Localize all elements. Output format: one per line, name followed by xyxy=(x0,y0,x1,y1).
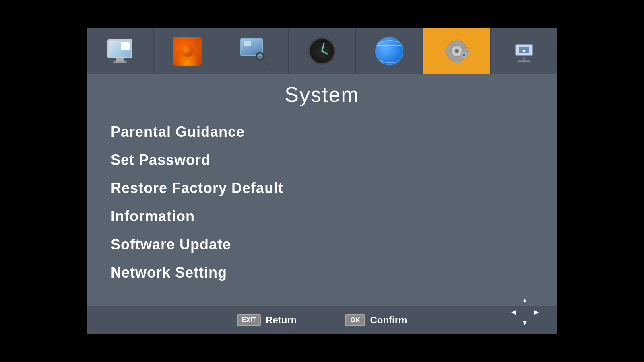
exit-key: EXIT xyxy=(237,314,261,326)
svg-rect-2 xyxy=(455,59,459,63)
nav-item-system[interactable] xyxy=(423,28,490,74)
button-group: EXIT Return OK Confirm xyxy=(99,314,545,326)
menu-item-information[interactable]: Information xyxy=(111,203,533,230)
directional-arrows: ▲ ◀ ▶ ▼ xyxy=(508,295,541,328)
svg-rect-1 xyxy=(455,39,459,43)
monitor-icon xyxy=(104,35,136,67)
svg-point-12 xyxy=(463,54,465,56)
exit-label: Return xyxy=(266,315,297,326)
main-content: System Parental Guidance Set Password Re… xyxy=(87,74,557,306)
arrow-down[interactable]: ▼ xyxy=(520,318,530,328)
exit-action[interactable]: EXIT Return xyxy=(237,314,297,326)
clock-icon xyxy=(306,35,338,67)
usb-icon: ♥ xyxy=(508,35,540,67)
search-tv-icon xyxy=(239,35,271,67)
bottom-bar: EXIT Return OK Confirm ▲ ◀ ▶ ▼ xyxy=(87,306,557,334)
ok-key: OK xyxy=(345,314,365,326)
svg-point-10 xyxy=(455,49,459,53)
gear-icon xyxy=(441,35,473,67)
menu-item-parental-guidance[interactable]: Parental Guidance xyxy=(111,119,533,145)
ok-label: Confirm xyxy=(370,315,407,326)
page-title: System xyxy=(111,82,533,107)
nav-item-network[interactable] xyxy=(356,28,423,74)
nav-item-search[interactable] xyxy=(221,28,289,74)
menu-item-set-password[interactable]: Set Password xyxy=(111,147,533,173)
arrow-center xyxy=(520,306,530,317)
nav-item-media[interactable] xyxy=(154,28,221,74)
ok-action[interactable]: OK Confirm xyxy=(345,314,407,326)
arrow-up[interactable]: ▲ xyxy=(520,295,530,306)
svg-text:♥: ♥ xyxy=(522,48,526,54)
nav-bar: ♥ xyxy=(87,28,557,74)
nav-item-monitor[interactable] xyxy=(87,28,154,74)
arrow-right[interactable]: ▶ xyxy=(531,306,541,317)
menu-item-restore-factory[interactable]: Restore Factory Default xyxy=(111,175,533,202)
menu-item-network-setting[interactable]: Network Setting xyxy=(111,259,533,286)
screen: ♥ System Parental Guidance Set Password … xyxy=(87,28,557,334)
arrow-left[interactable]: ◀ xyxy=(508,306,519,317)
menu-item-software-update[interactable]: Software Update xyxy=(111,231,533,258)
media-icon xyxy=(171,35,203,67)
menu-list: Parental Guidance Set Password Restore F… xyxy=(111,119,533,286)
globe-icon xyxy=(373,35,405,67)
nav-item-clock[interactable] xyxy=(289,28,356,74)
nav-item-usb[interactable]: ♥ xyxy=(491,28,557,74)
